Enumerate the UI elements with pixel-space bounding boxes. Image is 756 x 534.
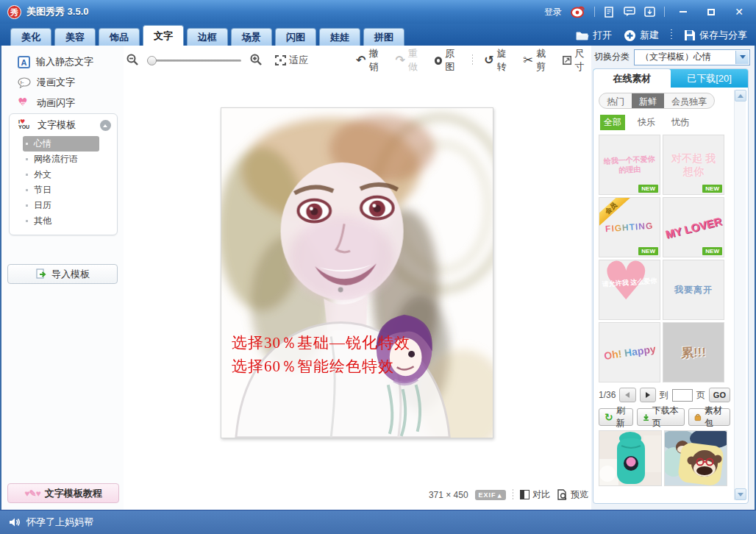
- material-pack-button[interactable]: 素材包: [688, 408, 730, 426]
- sidebar-item-foreign[interactable]: 外文: [10, 167, 117, 182]
- zoom-slider-handle[interactable]: [147, 56, 157, 65]
- ad-image-monkey-pillows[interactable]: [664, 430, 727, 486]
- sidebar-item-other[interactable]: 其他: [10, 213, 117, 229]
- sidebar-item-comic-text[interactable]: I·· 漫画文字: [1, 72, 124, 93]
- action-separator: [671, 29, 672, 41]
- panel-scrollbar[interactable]: [734, 90, 746, 500]
- prev-page-button[interactable]: [619, 388, 635, 402]
- exif-badge[interactable]: EXIF: [475, 490, 506, 500]
- close-button[interactable]: ✕: [730, 6, 749, 18]
- template-item[interactable]: MY LOVER NEW: [663, 197, 724, 257]
- pill-new[interactable]: 新鲜: [632, 93, 664, 108]
- sidebar-item-netslang[interactable]: 网络流行语: [10, 152, 117, 167]
- preview-button[interactable]: 预览: [557, 488, 588, 501]
- page-unit-label: 页: [696, 389, 705, 402]
- pill-vip[interactable]: 会员独享: [664, 93, 714, 108]
- maximize-button[interactable]: [702, 6, 721, 18]
- i-love-you-icon: I♥YOU: [18, 119, 32, 131]
- download-icon: [643, 413, 649, 422]
- next-page-button[interactable]: [640, 388, 656, 402]
- edited-photo[interactable]: 选择30％基础—锐化特效 选择60％智能绘色特效: [221, 107, 493, 438]
- scroll-down-button[interactable]: [735, 488, 746, 500]
- statusbar-message[interactable]: 怀孕了上妈妈帮: [26, 516, 93, 529]
- import-template-button[interactable]: 导入模板: [7, 264, 118, 284]
- tab-beautify[interactable]: 美化: [10, 28, 51, 46]
- download-page-button[interactable]: 下载本页: [637, 408, 685, 426]
- speaker-icon[interactable]: [9, 517, 21, 527]
- tab-text[interactable]: 文字: [143, 25, 184, 46]
- chevron-down-icon[interactable]: [735, 51, 749, 64]
- ad-image-blanket[interactable]: [599, 430, 662, 486]
- materials-body: 热门 新鲜 会员独享 全部 快乐 忧伤 给我一个不爱你 的理由 NEW: [593, 88, 748, 503]
- save-share-button[interactable]: 保存与分享: [684, 29, 747, 42]
- redo-button[interactable]: ↷重做: [395, 47, 423, 74]
- login-link[interactable]: 登录: [544, 6, 562, 18]
- template-item[interactable]: Oh! Happy: [599, 322, 660, 382]
- tab-accessory[interactable]: 饰品: [99, 28, 140, 46]
- app-window: 秀 美图秀秀 3.5.0 登录 ✕ 美化 美容 饰品 文: [0, 0, 756, 534]
- undo-button[interactable]: ↶撤销: [356, 47, 384, 74]
- photo-caption-line2: 选择60％智能绘色特效: [232, 356, 394, 377]
- tab-online-materials[interactable]: 在线素材: [593, 69, 671, 88]
- filter-happy[interactable]: 快乐: [634, 115, 659, 130]
- canvas-status-row: 371 × 450 EXIF 对比 预览: [429, 488, 588, 501]
- zoom-slider[interactable]: [147, 60, 241, 62]
- tab-flash[interactable]: 闪图: [275, 28, 316, 46]
- zoom-in-icon[interactable]: [250, 54, 262, 68]
- tab-downloaded[interactable]: 已下载[20]: [671, 69, 748, 88]
- svg-text:I··: I··: [21, 79, 24, 84]
- template-item[interactable]: ♥ 请允许我 这么爱你: [599, 260, 660, 320]
- tab-doll[interactable]: 娃娃: [319, 28, 360, 46]
- chevron-down-icon: [738, 493, 743, 496]
- open-button[interactable]: 打开: [576, 29, 612, 42]
- template-item[interactable]: 对不起 我想你 NEW: [663, 135, 724, 195]
- pagination: 1/36 到 页 GO: [599, 388, 730, 402]
- compare-button[interactable]: 对比: [520, 488, 550, 501]
- main-nav: 美化 美容 饰品 文字 边框 场景 闪图 娃娃 拼图 打开 新建 保存与分享: [0, 24, 756, 46]
- heart-hand-icon: ♥✎♥: [24, 488, 40, 499]
- status-separator: [513, 489, 513, 500]
- zoom-out-icon[interactable]: [126, 54, 138, 68]
- scroll-up-button[interactable]: [735, 90, 746, 102]
- message-icon[interactable]: [624, 7, 635, 17]
- feedback-doc-icon[interactable]: [604, 7, 615, 18]
- sidebar-item-flash-text[interactable]: ♥闪 动画闪字: [1, 93, 124, 113]
- original-icon: [435, 57, 442, 65]
- filter-all[interactable]: 全部: [600, 115, 625, 130]
- tab-scene[interactable]: 场景: [231, 28, 272, 46]
- page-number-input[interactable]: [672, 389, 693, 402]
- minimize-button[interactable]: [674, 6, 693, 18]
- tab-frame[interactable]: 边框: [187, 28, 228, 46]
- sidebar-item-calendar[interactable]: 日历: [10, 198, 117, 213]
- plus-circle-icon: [624, 29, 636, 42]
- go-button[interactable]: GO: [709, 388, 730, 402]
- image-size-label: 371 × 450: [429, 490, 468, 500]
- sidebar-item-festival[interactable]: 节日: [10, 182, 117, 198]
- template-item[interactable]: 会员 FIGHTING NEW: [599, 197, 660, 257]
- category-dropdown[interactable]: （文字模板）心情: [634, 49, 750, 65]
- titlebar-separator-2: [664, 7, 665, 17]
- tray-icon[interactable]: [644, 7, 655, 17]
- template-tutorial-button[interactable]: ♥✎♥ 文字模板教程: [7, 483, 119, 503]
- sidebar-item-mood[interactable]: 心情: [23, 136, 99, 152]
- rotate-button[interactable]: ↺旋转: [484, 47, 512, 74]
- photo-caption-line1: 选择30％基础—锐化特效: [232, 332, 410, 353]
- weibo-icon[interactable]: [571, 6, 585, 18]
- text-template-header[interactable]: I♥YOU 文字模板: [10, 114, 117, 136]
- fit-view-button[interactable]: 适应: [275, 54, 308, 67]
- speech-bubble-icon: I··: [18, 77, 31, 88]
- filter-sad[interactable]: 忧伤: [668, 115, 693, 130]
- template-item[interactable]: 我要离开: [663, 260, 724, 320]
- tab-cosmetic[interactable]: 美容: [54, 28, 96, 46]
- template-item[interactable]: 累!!!: [663, 322, 724, 382]
- original-button[interactable]: 原图: [435, 47, 461, 74]
- resize-button[interactable]: 尺寸: [563, 47, 591, 74]
- template-item[interactable]: 给我一个不爱你 的理由 NEW: [599, 135, 660, 195]
- tab-collage[interactable]: 拼图: [363, 28, 404, 46]
- sidebar-item-static-text[interactable]: A 输入静态文字: [1, 51, 124, 72]
- refresh-button[interactable]: ↻ 刷新: [599, 408, 633, 426]
- collapse-icon[interactable]: [100, 120, 111, 131]
- crop-button[interactable]: ✂裁剪: [524, 47, 552, 74]
- pill-hot[interactable]: 热门: [599, 93, 632, 108]
- new-button[interactable]: 新建: [624, 29, 659, 42]
